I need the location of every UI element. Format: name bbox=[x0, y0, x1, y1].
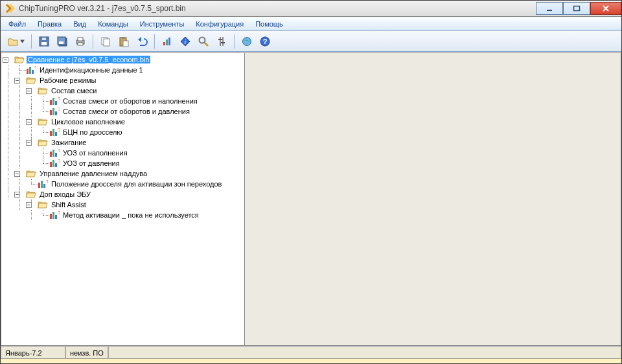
svg-point-20 bbox=[200, 37, 205, 43]
chart-button[interactable] bbox=[159, 34, 175, 49]
expander-icon[interactable] bbox=[14, 171, 20, 177]
tree-item[interactable]: Цикловое наполнение bbox=[50, 118, 126, 126]
folder-open-icon bbox=[26, 189, 36, 199]
tree-item[interactable]: Положение дросселя для активации зон пер… bbox=[50, 180, 223, 188]
expander-icon[interactable] bbox=[26, 119, 32, 125]
chart-icon bbox=[38, 179, 48, 189]
tree-item[interactable]: УОЗ от давления bbox=[62, 159, 121, 167]
content-pane bbox=[245, 52, 621, 346]
tree-item[interactable]: Состав смеси от оборотов и наполнения bbox=[62, 97, 199, 105]
svg-rect-12 bbox=[104, 39, 109, 46]
svg-rect-9 bbox=[78, 38, 83, 41]
expander-icon[interactable] bbox=[26, 88, 32, 94]
tree-item[interactable]: Состав смеси bbox=[50, 87, 98, 95]
tree-item[interactable]: Управление давлением наддува bbox=[38, 170, 148, 177]
svg-text:i: i bbox=[185, 38, 187, 45]
chart-icon bbox=[49, 158, 60, 168]
app-icon bbox=[5, 3, 15, 14]
tree-item[interactable]: УОЗ от наполнения bbox=[62, 149, 129, 157]
tree-item[interactable]: Зажигание bbox=[50, 139, 88, 146]
svg-rect-18 bbox=[168, 38, 170, 45]
settings-button[interactable] bbox=[214, 34, 229, 49]
svg-rect-0 bbox=[547, 10, 552, 11]
expander-icon[interactable] bbox=[3, 57, 8, 63]
folder-open-icon bbox=[26, 168, 36, 179]
titlebar: ChipTuningPRO ver.3.21 - j7es_v0.7.5_spo… bbox=[1, 1, 621, 17]
chart-icon bbox=[26, 65, 36, 75]
search-button[interactable] bbox=[196, 34, 211, 49]
globe-button[interactable] bbox=[239, 34, 255, 49]
print-button[interactable] bbox=[73, 34, 88, 49]
tree-item[interactable]: Состав смеси от оборотов и давления bbox=[62, 108, 191, 115]
menubar: Файл Правка Вид Команды Инструменты Конф… bbox=[1, 17, 621, 31]
folder-open-icon bbox=[38, 137, 48, 148]
toolbar: i ? bbox=[1, 31, 621, 52]
chart-icon bbox=[49, 96, 60, 106]
svg-rect-1 bbox=[574, 6, 580, 11]
chart-icon bbox=[49, 148, 60, 158]
copy-button[interactable] bbox=[98, 34, 113, 49]
menu-commands[interactable]: Команды bbox=[93, 19, 133, 29]
folder-open-icon bbox=[26, 75, 36, 85]
svg-text:?: ? bbox=[263, 38, 268, 45]
svg-rect-23 bbox=[218, 39, 222, 40]
status-cell-module: Январь-7.2 bbox=[1, 347, 65, 359]
svg-rect-16 bbox=[163, 42, 165, 45]
menu-file[interactable]: Файл bbox=[3, 19, 31, 29]
menu-edit[interactable]: Правка bbox=[32, 19, 67, 29]
status-cell-firmware: неизв. ПО bbox=[65, 347, 108, 359]
svg-rect-10 bbox=[78, 43, 83, 45]
save-button[interactable] bbox=[36, 34, 52, 49]
chart-icon bbox=[49, 210, 60, 220]
svg-rect-7 bbox=[59, 41, 63, 44]
tree-item[interactable]: Метод активации _ пока не используется bbox=[62, 211, 200, 219]
expander-icon[interactable] bbox=[26, 140, 32, 146]
tree-item[interactable]: Доп входы ЭБУ bbox=[38, 190, 92, 198]
svg-rect-21 bbox=[220, 37, 221, 46]
menu-view[interactable]: Вид bbox=[68, 19, 91, 29]
open-button[interactable] bbox=[5, 34, 27, 49]
save-all-button[interactable] bbox=[54, 34, 70, 49]
svg-rect-22 bbox=[222, 37, 224, 46]
undo-button[interactable] bbox=[134, 34, 150, 49]
info-button[interactable]: i bbox=[178, 34, 193, 49]
window-title: ChipTuningPRO ver.3.21 - j7es_v0.7.5_spo… bbox=[19, 4, 536, 13]
folder-open-icon bbox=[38, 85, 48, 96]
minimize-button[interactable] bbox=[536, 2, 563, 15]
svg-rect-15 bbox=[123, 41, 128, 47]
expander-icon[interactable] bbox=[14, 78, 20, 84]
tree-item[interactable]: БЦН по дросселю bbox=[62, 128, 124, 136]
tree-item[interactable]: Идентификационные данные 1 bbox=[38, 66, 144, 74]
menu-tools[interactable]: Инструменты bbox=[135, 19, 190, 29]
svg-rect-14 bbox=[122, 37, 124, 39]
status-bar: Январь-7.2 неизв. ПО bbox=[1, 346, 621, 359]
chart-icon bbox=[49, 106, 60, 117]
folder-open-icon bbox=[14, 54, 25, 65]
folder-open-icon bbox=[38, 199, 48, 210]
menu-config[interactable]: Конфигурация bbox=[190, 19, 249, 29]
tree-item[interactable]: Рабочие режимы bbox=[38, 76, 97, 84]
svg-point-25 bbox=[243, 37, 251, 45]
paste-button[interactable] bbox=[116, 34, 132, 49]
svg-rect-3 bbox=[41, 42, 47, 45]
close-button[interactable] bbox=[590, 2, 621, 15]
expander-icon[interactable] bbox=[14, 192, 20, 198]
expander-icon[interactable] bbox=[26, 202, 32, 208]
svg-rect-17 bbox=[166, 40, 168, 45]
svg-rect-4 bbox=[42, 38, 46, 40]
maximize-button[interactable] bbox=[563, 2, 590, 15]
svg-rect-24 bbox=[221, 42, 225, 43]
help-button[interactable]: ? bbox=[257, 34, 273, 49]
tree-root[interactable]: Сравнение с j7es_v0.7.5_econom.bin bbox=[27, 56, 150, 63]
tree-view[interactable]: ? Сравнение с j7es_v0.7.5_econom.bin Иде… bbox=[1, 52, 245, 346]
menu-help[interactable]: Помощь bbox=[250, 19, 288, 29]
chart-icon bbox=[49, 127, 60, 137]
tree-item[interactable]: Shift Assist bbox=[50, 201, 87, 209]
folder-open-icon bbox=[38, 117, 48, 127]
